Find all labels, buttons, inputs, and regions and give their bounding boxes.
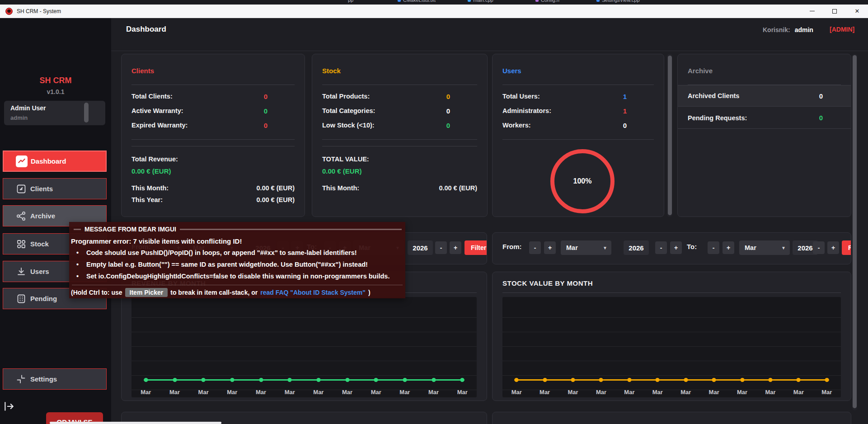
stock-grid-icon — [15, 238, 28, 250]
sidebar: SH CRM v1.0.1 Admin User admin Dashboard… — [0, 18, 111, 424]
revenue-label: Total Revenue: — [131, 155, 178, 163]
divider — [131, 146, 295, 146]
ide-tab[interactable]: Config.h — [535, 0, 559, 3]
chart-data-point — [316, 378, 320, 382]
chevron-down-icon: ▼ — [603, 245, 607, 250]
stock-card: Stock Total Products:0 Total Categories:… — [312, 54, 488, 217]
scrollbar-thumb[interactable] — [853, 55, 857, 408]
brand-title: SH CRM — [0, 76, 111, 85]
filter-button[interactable]: Filter — [464, 240, 487, 255]
ide-tab[interactable]: main.cpp — [468, 0, 493, 3]
sidebar-item-settings[interactable]: Settings — [3, 368, 107, 390]
chart-data-point — [599, 378, 603, 382]
chart-title: STOCK VALUE BY MONTH — [502, 279, 593, 287]
user-label: Korisnik: — [763, 26, 790, 33]
chart-data-point — [432, 378, 436, 382]
month-minus-button[interactable]: - — [529, 241, 541, 254]
chart-data-point — [144, 378, 148, 382]
close-button[interactable]: ✕ — [847, 5, 867, 18]
file-icon — [468, 0, 471, 2]
page-title: Dashboard — [126, 25, 166, 34]
stat-row: Workers:0 — [502, 120, 654, 130]
filter-button[interactable]: Filter — [842, 240, 851, 255]
month-row: This Month:0.00 € (EUR) — [131, 183, 295, 193]
header-separator — [111, 51, 868, 51]
chart-data-point — [797, 378, 801, 382]
from-label: From: — [502, 243, 522, 250]
year-minus-button[interactable]: - — [435, 241, 447, 254]
divider — [322, 85, 477, 85]
month-dropdown[interactable]: Mar▼ — [561, 240, 611, 255]
stat-row: Active Warranty:0 — [131, 106, 295, 116]
stock-line-chart: MarMarMarMarMarMarMarMarMarMarMarMar — [502, 297, 841, 397]
scrollbar-thumb[interactable] — [668, 56, 672, 215]
archive-row: Archived Clients0 — [678, 85, 851, 107]
chart-data-point — [230, 378, 234, 382]
revenue-line-chart: MarMarMarMarMarMarMarMarMarMarMarMar — [131, 297, 477, 397]
ide-tab[interactable]: CMakeLists.txt — [398, 0, 436, 3]
chart-data-point — [740, 378, 744, 382]
role-badge: [ADMIN] — [830, 26, 854, 33]
year-minus-button[interactable]: - — [813, 241, 825, 254]
chart-x-labels: MarMarMarMarMarMarMarMarMarMarMarMar — [131, 389, 477, 396]
imgui-error-popup: MESSAGE FROM DEAR IMGUI Programmer error… — [69, 222, 405, 298]
month-plus-button[interactable]: + — [544, 241, 556, 254]
sidebar-item-clients[interactable]: Clients — [3, 178, 107, 199]
maximize-button[interactable] — [825, 5, 845, 18]
item-picker-button[interactable]: Item Picker — [125, 288, 168, 297]
chevron-down-icon: ▼ — [781, 245, 786, 250]
year-plus-button[interactable]: + — [827, 241, 839, 254]
month-row: This Month:0.00 € (EUR) — [322, 183, 477, 193]
year-plus-button[interactable]: + — [670, 241, 682, 254]
chart-data-point — [825, 378, 829, 382]
settings-crop-icon — [15, 373, 28, 386]
chart-data-point — [768, 378, 772, 382]
screen: pp CMakeLists.txt main.cpp Config.h Sett… — [0, 0, 868, 424]
logout-icon — [3, 400, 15, 414]
sidebar-item-label: Dashboard — [31, 157, 66, 165]
chart-data-point — [288, 378, 292, 382]
header-user-info: Korisnik:admin — [763, 26, 813, 34]
month-dropdown[interactable]: Mar▼ — [739, 240, 790, 255]
divider — [131, 85, 295, 85]
month-plus-button[interactable]: + — [723, 241, 734, 254]
sidebar-item-label: Pending — [30, 295, 57, 302]
popup-bullet: •Code should use PushID()/PopID() in loo… — [76, 249, 357, 256]
popup-header: MESSAGE FROM DEAR IMGUI — [74, 226, 402, 233]
divider — [502, 139, 654, 140]
total-value-label: TOTAL VALUE: — [322, 155, 369, 163]
sidebar-item-label: Users — [30, 268, 49, 275]
window-title: SH CRM - System — [17, 8, 61, 14]
ide-tab[interactable]: pp — [348, 0, 353, 3]
footer-text: ) — [368, 289, 371, 296]
user-card-scrollbar[interactable] — [84, 103, 89, 122]
year-plus-button[interactable]: + — [450, 241, 461, 254]
minimize-button[interactable] — [802, 5, 822, 18]
divider — [322, 146, 477, 146]
app-logo-icon — [5, 8, 13, 15]
year-minus-button[interactable]: - — [655, 241, 667, 254]
total-value: 0.00 € (EUR) — [322, 167, 362, 175]
bottom-right-card — [492, 412, 851, 424]
cards-row-scrollbar — [667, 54, 672, 217]
month-minus-button[interactable]: - — [708, 241, 719, 254]
faq-link[interactable]: read FAQ "About ID Stack System" — [260, 289, 366, 296]
users-card: Users Total Users:1 Administrators:1 Wor… — [492, 54, 664, 217]
chart-data-point — [515, 378, 519, 382]
user-username: admin — [10, 114, 28, 121]
user-card: Admin User admin — [4, 101, 105, 125]
ide-tab[interactable]: SettingsView.cpp — [596, 0, 640, 3]
card-title: Stock — [322, 67, 341, 75]
share-nodes-icon — [15, 210, 28, 222]
pending-dots-icon — [15, 292, 28, 305]
sidebar-item-dashboard[interactable]: Dashboard — [3, 151, 107, 172]
to-label: To: — [687, 243, 697, 250]
chart-data-point — [571, 378, 575, 382]
footer-text: (Hold Ctrl to: use — [71, 289, 122, 296]
popup-footer: (Hold Ctrl to: use Item Picker to break … — [71, 288, 371, 297]
file-icon — [535, 0, 539, 2]
archive-row: Pending Requests:0 — [678, 107, 851, 129]
users-donut-chart: 100% — [550, 149, 615, 213]
archive-card: Archive Archived Clients0 Pending Reques… — [677, 54, 851, 217]
clients-icon — [15, 183, 28, 195]
